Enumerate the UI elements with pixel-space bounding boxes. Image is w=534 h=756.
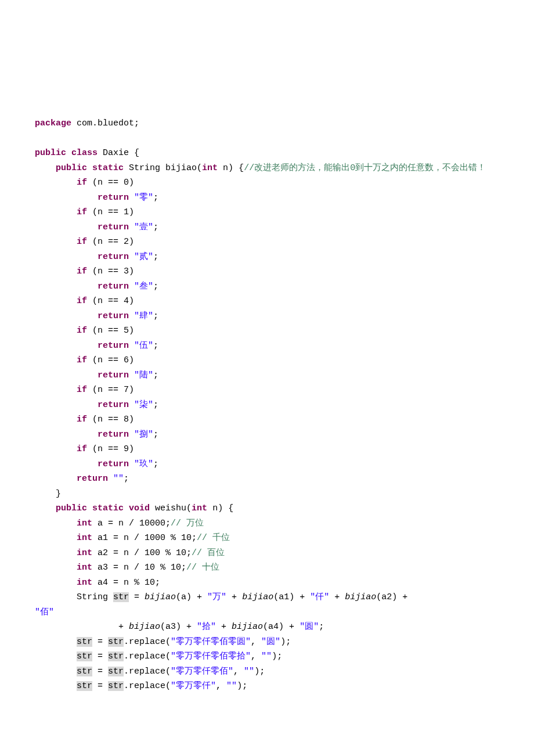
space — [129, 311, 134, 321]
keyword: return — [98, 459, 129, 469]
code-text: a = n / 10000; — [92, 519, 171, 528]
indent — [35, 267, 77, 276]
keyword: if — [77, 178, 87, 188]
indent — [35, 444, 77, 454]
string: "壹" — [134, 222, 153, 232]
code-text: a3 = n / 10 % 10; — [92, 563, 186, 573]
code-line: } — [35, 487, 499, 502]
keyword: class — [71, 148, 98, 158]
code-line: + bijiao(a3) + "拾" + bijiao(a4) + "圆"; — [35, 620, 499, 635]
code-line: return "零"; — [35, 190, 499, 206]
code-text: (n == 1) — [87, 207, 134, 217]
string: "零万零仟零佰零圆" — [171, 637, 251, 647]
code-text: ; — [153, 311, 158, 321]
highlighted-var: str — [77, 681, 92, 691]
highlighted-var: str — [108, 681, 124, 691]
keyword: return — [98, 370, 129, 380]
keyword: if — [77, 415, 87, 424]
keyword: int — [77, 519, 92, 528]
string: "伍" — [134, 341, 153, 351]
method-call: bijiao — [345, 592, 376, 602]
code-line: str = str.replace("零万零仟零佰", ""); — [35, 664, 499, 679]
code-text: (n == 4) — [87, 296, 134, 306]
code-text: ); — [254, 667, 265, 676]
code-text: , — [216, 681, 226, 691]
keyword: int — [77, 548, 92, 558]
keyword: return — [98, 430, 129, 440]
string: "玖" — [134, 459, 153, 469]
indent — [35, 578, 77, 588]
code-line: int a4 = n % 10; — [35, 575, 499, 591]
keyword: if — [77, 207, 87, 217]
code-line: if (n == 6) — [35, 353, 499, 368]
keyword: public — [56, 163, 87, 173]
keyword: if — [77, 326, 87, 336]
code-line: if (n == 0) — [35, 175, 499, 190]
keyword: return — [98, 252, 129, 262]
string: "贰" — [134, 252, 153, 262]
code-text: , — [251, 637, 261, 647]
space — [129, 370, 134, 380]
string: "零万零仟零佰" — [171, 667, 233, 676]
method-call: bijiao — [129, 622, 160, 632]
string: "拾" — [197, 622, 216, 632]
comment: // 十位 — [186, 563, 219, 573]
indent — [35, 533, 77, 543]
indent — [35, 237, 77, 247]
code-text: (n == 9) — [87, 444, 134, 454]
highlighted-var: str — [113, 592, 129, 602]
keyword: return — [98, 400, 129, 410]
code-line: if (n == 4) — [35, 294, 499, 309]
keyword: static — [92, 503, 124, 513]
code-line: int a3 = n / 10 % 10;// 十位 — [35, 560, 499, 575]
comment: // 千位 — [197, 533, 230, 543]
indent — [35, 563, 77, 573]
code-text: Daxie { — [98, 148, 139, 158]
string: "万" — [207, 592, 226, 602]
code-line: if (n == 9) — [35, 442, 499, 457]
indent — [35, 178, 77, 188]
code-line: String str = bijiao(a) + "万" + bijiao(a1… — [35, 590, 499, 605]
indent — [35, 667, 77, 676]
method-call: bijiao — [232, 622, 263, 632]
keyword: void — [129, 503, 150, 513]
indent — [35, 341, 98, 351]
highlighted-var: str — [77, 651, 92, 661]
code-line: int a1 = n / 1000 % 10;// 千位 — [35, 531, 499, 546]
space — [129, 400, 134, 410]
space — [129, 430, 134, 440]
code-line: str = str.replace("零万零仟零佰零圆", "圆"); — [35, 635, 499, 650]
comment: //改进老师的方法，能输出0到十万之内的任意数，不会出错！ — [244, 163, 486, 173]
code-text: ); — [272, 651, 282, 661]
code-document: package com.bluedot; public class Daxie … — [0, 0, 534, 729]
code-line: return "陆"; — [35, 368, 499, 383]
string: "" — [244, 667, 254, 676]
code-line: if (n == 7) — [35, 383, 499, 398]
code-text: ; — [153, 400, 158, 410]
keyword: if — [77, 267, 87, 276]
code-text: = — [92, 651, 108, 661]
indent — [35, 311, 98, 321]
code-text: .replace( — [124, 667, 171, 676]
keyword: if — [77, 444, 87, 454]
method-call: bijiao — [145, 592, 176, 602]
code-text: n) { — [218, 163, 244, 173]
code-line: return ""; — [35, 471, 499, 487]
string: "零" — [134, 193, 153, 203]
keyword: int — [77, 578, 92, 588]
indent: + — [35, 622, 129, 632]
code-line: if (n == 8) — [35, 412, 499, 427]
code-text: + — [329, 592, 345, 602]
keyword: return — [98, 341, 129, 351]
code-text: , — [233, 667, 244, 676]
code-line: int a2 = n / 100 % 10;// 百位 — [35, 546, 499, 561]
keyword: static — [92, 163, 124, 173]
indent — [35, 222, 98, 232]
code-text: (n == 7) — [87, 385, 134, 395]
code-text: .replace( — [124, 637, 171, 647]
space — [129, 193, 134, 203]
code-text: ; — [153, 370, 158, 380]
keyword: int — [77, 533, 92, 543]
indent — [35, 207, 77, 217]
code-text: (n == 8) — [87, 415, 134, 424]
